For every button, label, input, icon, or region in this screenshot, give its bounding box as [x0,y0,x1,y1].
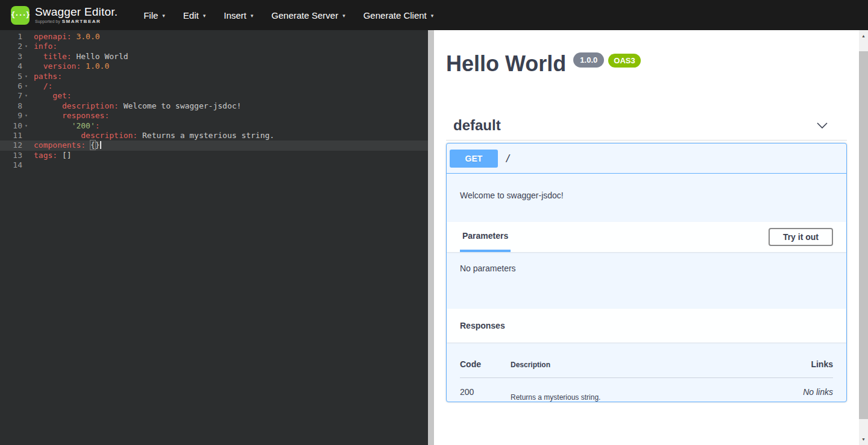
editor-line[interactable]: 8 description: Welcome to swagger-jsdoc! [0,101,428,111]
menu-label: Edit [183,10,199,21]
editor-line[interactable]: 9▾ responses: [0,111,428,121]
topbar: {···} Swagger Editor. Supported bySMARTB… [0,0,868,30]
tag-name: default [453,117,501,134]
editor-line[interactable]: 6▾ /: [0,81,428,91]
menu-edit[interactable]: Edit▾ [174,10,215,21]
editor-line-code[interactable]: description: Returns a mysterious string… [30,131,274,140]
editor-line[interactable]: 1openapi: 3.0.0 [0,32,428,42]
code-token: { [90,140,95,150]
api-info: Hello World 1.0.0 OAS3 [446,52,847,76]
try-it-out-button[interactable]: Try it out [769,228,833,246]
editor-line-code[interactable]: info: [30,42,57,51]
editor-line[interactable]: 2▾info: [0,42,428,51]
responses-table-header: Code Description Links [460,359,833,378]
api-docs-panel: Hello World 1.0.0 OAS3 default GET / Wel… [434,30,859,445]
fold-arrow-icon[interactable]: ▾ [22,81,30,91]
code-token: tags: [34,151,57,160]
editor-line[interactable]: 7▾ get: [0,91,428,101]
editor-gutter-cell[interactable]: 1 [0,32,30,42]
editor-gutter-cell[interactable]: 6▾ [0,81,30,91]
fold-arrow-icon[interactable]: ▾ [22,121,30,131]
editor-line-code[interactable]: /: [30,81,52,91]
brand[interactable]: {···} Swagger Editor. Supported bySMARTB… [11,6,118,25]
editor-line-code[interactable]: title: Hello World [30,52,128,62]
no-parameters-text: No parameters [460,264,516,273]
menu-insert[interactable]: Insert▾ [215,10,262,21]
code-token [34,52,43,61]
editor-gutter-cell[interactable]: 12 [0,140,30,150]
editor-line-code[interactable]: paths: [30,72,62,81]
fold-arrow-icon[interactable]: ▾ [22,91,30,101]
menu-caret-icon: ▾ [342,11,345,19]
tag-section-header[interactable]: default [446,115,847,136]
fold-arrow-icon[interactable]: ▾ [22,42,30,51]
code-token: Hello World [72,52,128,61]
editor-gutter-cell[interactable]: 14 [0,160,30,170]
operation-description: Welcome to swagger-jsdoc! [447,174,846,222]
editor-line[interactable]: 12components: {} [0,140,428,150]
editor-line[interactable]: 5▾paths: [0,72,428,81]
chevron-down-icon[interactable] [816,120,829,131]
editor-line[interactable]: 10▾ '200': [0,121,428,131]
responses-table-rows: 200Returns a mysterious string.No links [460,378,833,402]
editor-gutter-cell[interactable]: 7▾ [0,91,30,101]
brand-title: Swagger Editor. [35,6,118,18]
responses-body: Code Description Links 200Returns a myst… [447,342,846,402]
menu-label: Generate Client [363,10,427,21]
operation-summary[interactable]: GET / [447,144,846,174]
smartbear-label: SMARTBEAR [62,19,101,24]
editor-gutter-cell[interactable]: 4 [0,62,30,71]
editor-gutter-cell[interactable]: 13 [0,151,30,160]
editor-line[interactable]: 11 description: Returns a mysterious str… [0,131,428,140]
vertical-scrollbar[interactable]: ▲ ▼ [859,30,868,445]
editor-line-code[interactable]: components: {} [30,140,101,150]
get-method-button[interactable]: GET [450,150,498,168]
editor-line-code[interactable]: openapi: 3.0.0 [30,32,100,42]
scroll-up-icon[interactable]: ▲ [859,31,868,40]
line-number: 11 [0,131,22,140]
editor-line[interactable]: 14 [0,160,428,170]
response-links: No links [779,387,833,397]
fold-arrow-icon[interactable]: ▾ [22,72,30,81]
code-token: 3.0.0 [76,32,99,41]
editor-line-code[interactable]: tags: [] [30,151,72,160]
editor-line[interactable]: 4 version: 1.0.0 [0,62,428,71]
editor-line-code[interactable]: responses: [30,111,109,121]
editor-line-code[interactable]: description: Welcome to swagger-jsdoc! [30,101,241,111]
editor-gutter-cell[interactable]: 11 [0,131,30,140]
scrollbar-thumb[interactable] [859,51,868,419]
pane-splitter[interactable] [428,30,434,445]
menu-generate-server[interactable]: Generate Server▾ [262,10,354,21]
code-token: description: [81,131,137,140]
menu-file[interactable]: File▾ [134,10,174,21]
swagger-logo-icon: {···} [11,6,30,25]
scroll-down-icon[interactable]: ▼ [859,435,868,444]
code-token: openapi: [34,32,72,41]
editor-gutter-cell[interactable]: 10▾ [0,121,30,131]
editor-gutter-cell[interactable]: 3 [0,52,30,62]
fold-arrow-icon[interactable]: ▾ [22,111,30,121]
editor-line[interactable]: 3 title: Hello World [0,52,428,62]
menu-generate-client[interactable]: Generate Client▾ [354,10,443,21]
code-token: get: [52,91,71,100]
code-token [81,62,86,71]
editor-line-code[interactable]: get: [30,91,72,101]
line-number: 12 [0,140,22,150]
editor-gutter-cell[interactable]: 2▾ [0,42,30,51]
editor-gutter-cell[interactable]: 8 [0,101,30,111]
editor-gutter-cell[interactable]: 5▾ [0,72,30,81]
main-split: 1openapi: 3.0.02▾info:3 title: Hello Wor… [0,30,868,445]
response-description: Returns a mysterious string. [511,387,779,402]
api-title: Hello World [446,52,566,76]
editor-line-code[interactable]: '200': [30,121,100,131]
editor-line-code[interactable]: version: 1.0.0 [30,62,109,71]
editor-line[interactable]: 13tags: [] [0,151,428,160]
editor-line-code[interactable] [30,160,34,170]
code-token: } [95,140,100,150]
code-editor[interactable]: 1openapi: 3.0.02▾info:3 title: Hello Wor… [0,30,428,445]
response-row: 200Returns a mysterious string.No links [460,378,833,402]
parameters-tab[interactable]: Parameters [460,222,511,252]
editor-gutter-cell[interactable]: 9▾ [0,111,30,121]
code-token: /: [43,81,53,90]
menu-caret-icon: ▾ [431,11,434,19]
